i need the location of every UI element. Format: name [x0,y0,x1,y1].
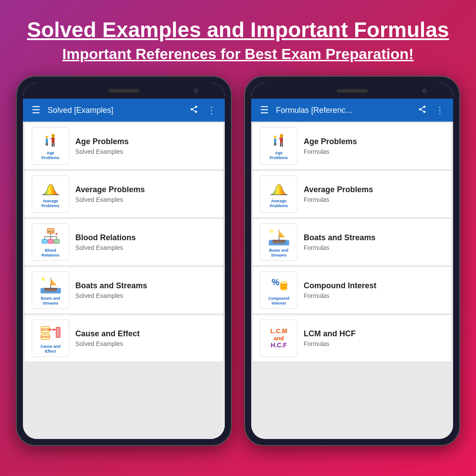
svg-point-43 [270,229,273,233]
right-average-title: Average Problems [304,185,444,194]
svg-rect-39 [275,143,276,145]
left-average-subtitle: Solved Examples [75,196,216,203]
right-app-title: Formulas [Referenc... [276,106,411,115]
left-age-label: AgeProblems [41,151,60,160]
svg-point-0 [51,134,55,138]
right-icon-boats: Boats andStreams [260,223,298,261]
phone-left: ☰ Solved [Examples] ⋮ [16,76,232,446]
left-icon-age: AgeProblems [32,127,69,165]
right-list: AgeProblems Age Problems Formulas [251,122,453,439]
right-item-compound[interactable]: % CompoundInterest Compound Interest Fo [253,267,451,313]
left-item-cause[interactable]: CAUSE EFFECT Cause andEffect Cause and E… [25,315,223,361]
left-share-icon[interactable] [188,103,200,118]
right-age-label: AgeProblems [270,151,288,160]
right-compound-text: Compound Interest Formulas [304,281,444,299]
right-item-average[interactable]: AverageProblems Average Problems Formula… [253,171,451,217]
svg-rect-34 [280,143,281,147]
phone-right-appbar: ☰ Formulas [Referenc... ⋮ [251,99,453,122]
right-icon-average: AverageProblems [260,175,298,213]
left-list: AgeProblems Age Problems Solved Examples [23,122,225,439]
left-item-blood[interactable]: M+F BloodR [25,219,223,265]
right-boats-text: Boats and Streams Formulas [304,233,444,251]
left-hamburger-icon[interactable]: ☰ [30,103,42,118]
left-average-label: AverageProblems [41,199,60,208]
left-blood-title: Blood Relations [75,233,216,242]
svg-rect-38 [274,143,275,145]
right-lcm-subtitle: Formulas [304,340,444,347]
svg-text:M+F: M+F [48,230,53,233]
left-blood-text: Blood Relations Solved Examples [75,233,216,251]
svg-point-23 [41,277,45,281]
svg-point-36 [274,136,276,138]
right-icon-lcm: L.C.M and H.C.F [260,320,298,357]
phone-right-camera [422,89,427,93]
right-average-label: AverageProblems [270,199,288,208]
left-icon-boats: Boats andStreams [32,271,69,309]
svg-rect-17 [42,239,47,243]
svg-rect-18 [48,239,53,243]
phone-left-inner: ☰ Solved [Examples] ⋮ [23,83,225,439]
svg-point-5 [45,136,48,138]
phone-right-speaker [337,89,368,93]
left-cause-label: Cause andEffect [41,344,61,354]
right-age-subtitle: Formulas [304,148,444,155]
left-item-average[interactable]: AverageProblems Average Problems Solved … [25,171,223,217]
right-compound-label: CompoundInterest [268,296,290,306]
left-icon-blood: M+F BloodR [32,223,69,261]
phone-left-speaker [108,89,139,93]
left-more-icon[interactable]: ⋮ [205,103,218,117]
right-age-text: Age Problems Formulas [304,137,444,155]
svg-rect-8 [47,143,48,145]
right-boats-title: Boats and Streams [304,233,444,242]
svg-rect-30 [56,327,60,337]
right-compound-title: Compound Interest [304,281,444,290]
right-lcm-text: LCM and HCF Formulas [304,329,444,347]
left-age-title: Age Problems [75,137,216,146]
left-cause-text: Cause and Effect Solved Examples [75,329,216,347]
phone-right-notch [251,83,453,99]
phones-container: ☰ Solved [Examples] ⋮ [3,71,473,450]
right-more-icon[interactable]: ⋮ [434,103,446,117]
right-lcm-title: LCM and HCF [304,329,444,338]
right-item-age[interactable]: AgeProblems Age Problems Formulas [253,123,451,169]
right-hamburger-icon[interactable]: ☰ [258,103,271,118]
left-app-title: Solved [Examples] [48,106,182,115]
right-icon-age: AgeProblems [260,127,298,165]
phone-left-appbar: ☰ Solved [Examples] ⋮ [23,99,225,122]
right-average-text: Average Problems Formulas [304,185,444,203]
svg-rect-6 [45,138,48,143]
right-item-boats[interactable]: Boats andStreams Boats and Streams Formu… [253,219,451,265]
left-item-boats[interactable]: Boats andStreams Boats and Streams Solve… [25,267,223,313]
left-age-subtitle: Solved Examples [75,148,216,155]
phone-right-inner: ☰ Formulas [Referenc... ⋮ [251,83,453,439]
left-cause-subtitle: Solved Examples [75,340,216,347]
left-boats-label: Boats andStreams [41,296,60,306]
svg-rect-4 [53,143,54,147]
header: Solved Examples and Important Formulas I… [0,0,476,71]
phone-left-notch [23,83,225,99]
svg-rect-7 [45,143,46,145]
left-age-text: Age Problems Solved Examples [75,137,216,155]
right-share-icon[interactable] [416,103,428,118]
left-boats-title: Boats and Streams [75,281,216,290]
right-boats-label: Boats andStreams [269,248,289,258]
left-average-title: Average Problems [75,185,216,194]
svg-point-31 [279,134,283,138]
left-item-age[interactable]: AgeProblems Age Problems Solved Examples [25,123,223,169]
header-title: Solved Examples and Important Formulas [27,18,449,42]
right-average-subtitle: Formulas [304,196,444,203]
right-item-lcm[interactable]: L.C.M and H.C.F LCM and HCF Formulas [253,315,451,361]
svg-rect-35 [282,143,283,147]
svg-rect-19 [54,239,59,243]
left-boats-text: Boats and Streams Solved Examples [75,281,216,299]
svg-rect-3 [52,143,52,147]
left-blood-subtitle: Solved Examples [75,244,216,251]
svg-point-49 [280,281,287,284]
right-icon-compound: % CompoundInterest [260,271,298,309]
left-blood-label: BloodRelations [41,248,60,258]
left-icon-average: AverageProblems [32,175,69,213]
svg-rect-37 [274,138,276,143]
right-age-title: Age Problems [304,137,444,146]
svg-marker-29 [53,328,56,331]
svg-text:%: % [271,277,279,287]
